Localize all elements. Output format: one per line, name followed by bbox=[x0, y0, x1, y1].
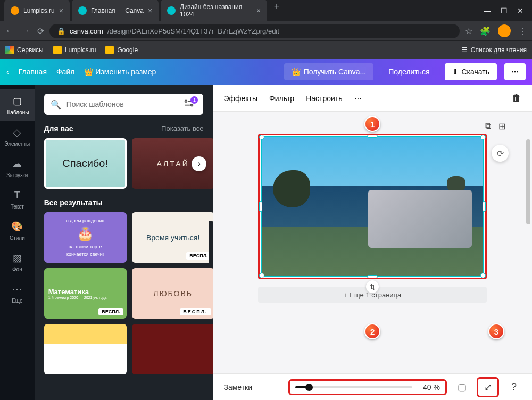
templates-icon: ▢ bbox=[11, 95, 23, 107]
elements-icon: ◇ bbox=[11, 126, 23, 139]
bookmark-lumpics[interactable]: Lumpics.ru bbox=[53, 46, 96, 54]
close-icon[interactable]: × bbox=[256, 6, 261, 15]
callout-2: 2 bbox=[364, 323, 380, 339]
template-search[interactable]: 🔍 1 bbox=[44, 94, 204, 115]
back-icon[interactable]: ← bbox=[5, 26, 14, 36]
panel-collapse-handle[interactable] bbox=[209, 221, 213, 264]
profile-avatar[interactable] bbox=[498, 24, 511, 37]
search-input[interactable] bbox=[66, 100, 178, 109]
star-icon[interactable]: ☆ bbox=[465, 26, 472, 36]
cake-icon: 🎂 bbox=[77, 226, 94, 242]
new-tab-button[interactable]: + bbox=[269, 0, 284, 14]
resize-button[interactable]: 👑 Изменить размер bbox=[84, 68, 156, 76]
sidebar-item-text[interactable]: T Текст bbox=[0, 184, 35, 215]
close-icon[interactable]: ✕ bbox=[517, 6, 523, 15]
browser-tab-2[interactable]: Дизайн без названия — 1024 × bbox=[161, 0, 267, 22]
duplicate-page-icon[interactable]: ⧉ bbox=[485, 121, 491, 131]
scroll-right-icon[interactable]: › bbox=[192, 156, 206, 171]
resize-handle-top[interactable] bbox=[367, 135, 378, 138]
free-badge: БЕСПЛ. bbox=[98, 308, 123, 315]
back-chevron-icon[interactable]: ‹ bbox=[6, 68, 9, 76]
tab-title: Lumpics.ru bbox=[23, 7, 55, 14]
resize-handle-bottom[interactable] bbox=[367, 275, 378, 278]
sidebar-label: Еще bbox=[12, 298, 22, 304]
fullscreen-icon[interactable]: ⤢ bbox=[480, 380, 495, 395]
template-card[interactable]: Время учиться! БЕСПЛ. bbox=[132, 212, 213, 263]
share-button[interactable]: Поделиться bbox=[381, 63, 437, 80]
section-foryou: Для вас Показать все Спасибо! АЛТАЙ › bbox=[44, 124, 204, 189]
get-pro-button[interactable]: 👑Получить Canva... bbox=[284, 63, 374, 80]
resize-handle-tr[interactable] bbox=[480, 135, 486, 140]
vertical-scrollbar[interactable] bbox=[526, 139, 531, 346]
extension-icon[interactable]: 🧩 bbox=[480, 26, 491, 36]
background-icon: ▨ bbox=[11, 252, 23, 264]
tab-title: Дизайн без названия — 1024 bbox=[180, 3, 252, 18]
adjust-button[interactable]: Настроить bbox=[306, 94, 342, 103]
canva-body: ▢ Шаблоны ◇ Элементы ☁ Загрузки T Текст … bbox=[0, 85, 532, 400]
reading-list[interactable]: ☰ Список для чтения bbox=[462, 46, 527, 54]
sidebar-item-uploads[interactable]: ☁ Загрузки bbox=[0, 152, 35, 184]
home-link[interactable]: Главная bbox=[19, 68, 47, 76]
trash-icon[interactable]: 🗑 bbox=[512, 93, 521, 104]
resize-handle-br[interactable] bbox=[480, 273, 486, 278]
maximize-icon[interactable]: ☐ bbox=[501, 6, 508, 15]
sidebar-item-elements[interactable]: ◇ Элементы bbox=[0, 121, 35, 152]
swap-icon[interactable]: ⇅ bbox=[366, 280, 379, 293]
landscape-photo bbox=[262, 137, 483, 276]
show-all-link[interactable]: Показать все bbox=[161, 124, 203, 133]
url-field[interactable]: 🔒 canva.com/design/DAEnXoP5oSM/14Q1T37r_… bbox=[49, 24, 460, 38]
cloud-upload-icon: ☁ bbox=[11, 157, 23, 170]
zoom-slider[interactable] bbox=[295, 386, 412, 388]
more-button[interactable]: ⋯ bbox=[504, 63, 526, 80]
window-controls: — ☐ ✕ bbox=[479, 6, 528, 15]
sidebar-label: Загрузки bbox=[6, 172, 28, 178]
filter-button[interactable]: Фильтр bbox=[269, 94, 294, 103]
template-card[interactable] bbox=[44, 324, 127, 374]
template-card[interactable]: Спасибо! bbox=[44, 138, 127, 189]
design-page[interactable]: ⟳ bbox=[258, 134, 487, 279]
forward-icon[interactable]: → bbox=[21, 26, 30, 36]
help-icon[interactable]: ? bbox=[506, 380, 521, 395]
filter-button[interactable]: 1 bbox=[183, 97, 197, 111]
template-card[interactable]: ЛЮБОВЬ БЕСПЛ. bbox=[132, 268, 213, 319]
sidebar-item-styles[interactable]: 🎨 Стили bbox=[0, 215, 35, 246]
selected-image[interactable] bbox=[261, 136, 484, 277]
bookmark-services[interactable]: Сервисы bbox=[5, 46, 44, 54]
resize-handle-bl[interactable] bbox=[259, 273, 264, 278]
sidebar-label: Фон bbox=[12, 266, 22, 272]
section-title: Для вас bbox=[44, 124, 73, 133]
search-icon: 🔍 bbox=[51, 99, 61, 110]
sidebar-item-templates[interactable]: ▢ Шаблоны bbox=[0, 89, 35, 121]
close-icon[interactable]: × bbox=[59, 6, 63, 15]
download-button[interactable]: ⬇Скачать bbox=[445, 63, 497, 80]
more-button[interactable]: ⋯ bbox=[354, 94, 362, 103]
workspace[interactable]: 1 ⧉ ⊞ bbox=[213, 112, 532, 373]
browser-tab-0[interactable]: Lumpics.ru × bbox=[4, 0, 70, 22]
reload-icon[interactable]: ⟳ bbox=[37, 26, 44, 36]
sidebar-item-more[interactable]: ⋯ Еще bbox=[0, 278, 35, 309]
free-badge: БЕСПЛ. bbox=[186, 252, 211, 260]
sidebar-item-background[interactable]: ▨ Фон bbox=[0, 246, 35, 278]
svg-point-2 bbox=[191, 104, 193, 106]
menu-icon[interactable]: ⋮ bbox=[518, 26, 527, 36]
close-icon[interactable]: × bbox=[148, 6, 152, 15]
add-page-icon[interactable]: ⊞ bbox=[498, 121, 505, 131]
minimize-icon[interactable]: — bbox=[484, 6, 491, 15]
browser-tab-1[interactable]: Главная — Canva × bbox=[72, 0, 159, 22]
templates-panel: 🔍 1 Для вас Показать все Спасибо! АЛТАЙ … bbox=[35, 85, 213, 400]
notes-button[interactable]: Заметки bbox=[223, 383, 252, 391]
bookmark-google[interactable]: Google bbox=[105, 46, 138, 54]
template-card[interactable] bbox=[132, 324, 213, 374]
page-view-icon[interactable]: ▢ bbox=[454, 380, 469, 395]
file-menu[interactable]: Файл bbox=[56, 68, 74, 76]
refresh-icon[interactable]: ⟳ bbox=[492, 145, 509, 162]
zoom-knob[interactable] bbox=[305, 384, 313, 391]
template-card[interactable]: с днем рождения 🎂 на твоем торте кончает… bbox=[44, 212, 127, 263]
sidebar-label: Стили bbox=[10, 235, 25, 241]
template-card[interactable]: Математика 1-й семестр 2020 — 2021 уч. г… bbox=[44, 268, 127, 319]
add-page-button[interactable]: ⇅ + Еще 1 страница bbox=[258, 287, 487, 303]
resize-handle-right[interactable] bbox=[483, 201, 486, 212]
effects-button[interactable]: Эффекты bbox=[223, 94, 257, 103]
resize-handle-left[interactable] bbox=[259, 201, 262, 212]
canva-top-bar: ‹ Главная Файл 👑 Изменить размер 👑Получи… bbox=[0, 59, 532, 85]
